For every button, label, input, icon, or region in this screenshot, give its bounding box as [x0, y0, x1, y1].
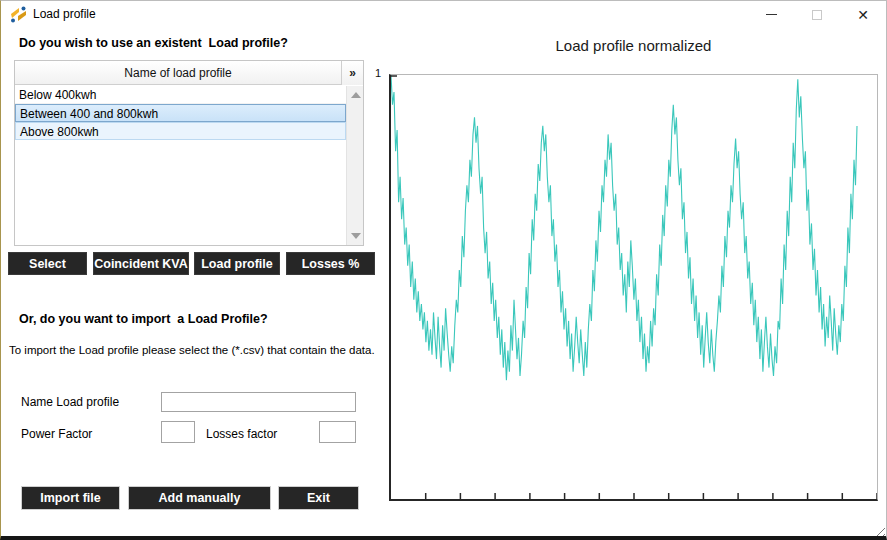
losses-factor-input[interactable] [319, 421, 356, 443]
grid-expand-button[interactable]: » [341, 61, 363, 85]
add-manually-button[interactable]: Add manually [128, 486, 271, 510]
grid-body: Below 400kwh Between 400 and 800kwh Abov… [15, 86, 346, 245]
load-profile-line-chart [391, 75, 877, 499]
lightning-icon [10, 6, 27, 23]
grid-scrollbar[interactable] [346, 86, 363, 245]
chart-plot-area [389, 74, 878, 501]
maximize-icon [812, 10, 822, 20]
grid-row-above-800[interactable]: Above 800kwh [15, 122, 346, 140]
question-import-profile: Or, do you want to import a Load Profile… [19, 312, 268, 326]
exit-button[interactable]: Exit [278, 486, 359, 510]
grid-row-between-400-800[interactable]: Between 400 and 800kwh [15, 104, 346, 122]
resize-grip[interactable] [873, 524, 885, 536]
grid-row-below-400[interactable]: Below 400kwh [15, 86, 346, 104]
name-load-profile-input[interactable] [161, 392, 356, 412]
window-title: Load profile [33, 7, 96, 21]
power-factor-label: Power Factor [21, 427, 92, 441]
load-profile-grid: Name of load profile » Below 400kwh Betw… [14, 60, 364, 246]
name-load-profile-label: Name Load profile [21, 395, 119, 409]
load-profile-series [391, 75, 857, 380]
import-hint-text: To import the Load profile please select… [9, 344, 375, 356]
grid-header: Name of load profile » [15, 61, 363, 85]
load-profile-button[interactable]: Load profile [194, 252, 280, 275]
losses-percent-button[interactable]: Losses % [286, 252, 375, 275]
y-axis-tick-label: 1 [375, 67, 381, 79]
close-button[interactable]: ✕ [840, 1, 886, 28]
question-existing-profile: Do you wish to use an existent Load prof… [19, 36, 288, 50]
power-factor-input[interactable] [161, 421, 195, 443]
x-axis-ticks [426, 493, 877, 499]
import-file-button[interactable]: Import file [21, 486, 120, 510]
grid-column-header[interactable]: Name of load profile [15, 61, 341, 85]
coincident-kva-button[interactable]: Coincident KVA [93, 252, 189, 275]
minimize-button[interactable] [748, 1, 794, 28]
chart-title: Load profile normalized [389, 37, 878, 54]
title-bar: Load profile ✕ [1, 1, 886, 28]
select-button[interactable]: Select [8, 252, 87, 275]
app-window: Load profile ✕ Do you wish to use an exi… [0, 0, 887, 540]
scroll-up-icon[interactable] [351, 92, 361, 98]
scroll-down-icon[interactable] [351, 233, 361, 239]
minimize-icon [766, 14, 777, 15]
losses-factor-label: Losses factor [206, 427, 277, 441]
maximize-button[interactable] [794, 1, 840, 28]
